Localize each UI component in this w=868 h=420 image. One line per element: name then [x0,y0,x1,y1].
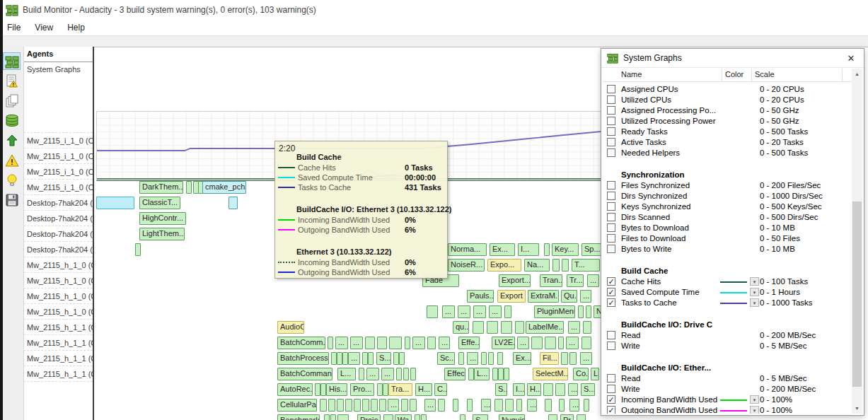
task-bar[interactable] [504,368,509,380]
task-bar[interactable]: ... [473,305,486,318]
task-bar[interactable] [494,399,503,412]
task-bar[interactable]: Pro... [350,383,374,396]
task-bar[interactable] [359,368,364,380]
upload-icon[interactable] [3,132,21,149]
task-bar[interactable]: Fil... [540,352,559,365]
checkbox[interactable]: ✓ [607,277,615,286]
checkbox[interactable] [607,374,615,383]
agent-row[interactable]: Desktop-7hak204 (C [23,195,93,211]
agent-row[interactable]: Desktop-7hak204 (C [23,242,93,257]
task-bar[interactable] [473,321,484,334]
task-bar[interactable]: BatchProcess... [277,352,329,365]
agent-row[interactable]: Mw_2115_h_1_1 (C [23,320,93,335]
task-bar[interactable] [342,352,348,365]
task-bar[interactable] [320,399,327,412]
task-bar[interactable]: H... [527,383,541,396]
task-bar[interactable] [543,383,553,396]
checkbox[interactable] [607,245,615,253]
task-bar[interactable]: Benchmark [277,414,320,420]
task-bar[interactable]: S... [473,414,488,420]
task-bar[interactable]: T... [572,259,600,272]
agent-row[interactable]: Mw_2115_h_1_0 (C [23,304,93,320]
task-bar[interactable] [578,305,584,318]
agent-row[interactable]: Mw_2115_i_1_0 (Co [23,164,93,180]
task-bar[interactable] [427,305,438,318]
agent-row[interactable]: Mw_2115_h_1_1 (C [23,335,93,351]
task-bar[interactable] [365,337,375,349]
menu-help[interactable]: Help [60,21,92,35]
task-bar[interactable]: S... [581,383,595,396]
task-bar[interactable]: ... [337,414,349,420]
task-bar[interactable]: Nyquist [499,414,525,420]
task-bar[interactable]: BatchCommands [277,368,332,380]
checkbox[interactable] [607,192,615,200]
task-bar[interactable]: ... [467,352,478,365]
task-bar[interactable]: AudioC... [277,321,304,334]
output-files-icon[interactable] [3,92,21,110]
task-bar[interactable] [552,259,560,272]
task-bar[interactable] [453,399,458,412]
task-bar[interactable] [586,305,591,318]
task-bar[interactable] [405,337,410,349]
graph-option-row[interactable]: Files to Download0 - 50 Files [603,233,852,244]
task-bar[interactable] [427,337,436,349]
task-bar[interactable] [583,321,591,334]
task-bar[interactable]: Sc... [437,352,455,365]
task-bar[interactable] [399,352,405,365]
task-bar[interactable]: qu... [453,321,469,334]
task-bar[interactable]: SelectM... [533,368,568,380]
graph-option-row[interactable]: Bytes to Write0 - 10 MB [603,244,852,255]
task-bar[interactable] [328,399,335,412]
task-bar[interactable] [345,399,352,412]
task-bar[interactable] [505,399,514,412]
task-bar[interactable]: L... [474,368,490,380]
agent-row[interactable]: Mw_2115_h_1_0 (C [23,257,93,273]
checkbox[interactable] [607,181,615,189]
task-bar[interactable]: DarkThem... [139,181,183,194]
warnings-icon[interactable] [3,151,21,169]
task-bar[interactable] [315,383,320,396]
graph-option-row[interactable]: Dirs Scanned0 - 500 Dirs/Sec [603,212,852,223]
task-bar[interactable]: ... [335,337,348,349]
task-bar[interactable]: ... [439,337,450,349]
checkbox[interactable] [607,127,615,136]
task-bar[interactable] [501,321,512,334]
dialog-scrollbar[interactable]: ▲ ▼ [852,69,862,414]
build-cache-database-icon[interactable] [3,112,21,129]
graph-option-row[interactable]: Assigned Processing Po...0 - 50 GHz [603,105,852,116]
task-bar[interactable] [584,399,589,412]
task-bar[interactable]: ... [569,399,579,412]
close-icon[interactable]: ✕ [838,49,864,67]
agent-row-system-graphs[interactable]: System Graphs [23,62,93,133]
color-dropdown-icon[interactable]: ▾ [750,277,759,286]
graph-option-row[interactable]: Write0 - 200 MB/Sec [603,384,852,395]
checkbox[interactable] [607,95,615,104]
task-bar[interactable] [330,414,336,420]
task-bar[interactable] [421,414,427,420]
task-bar[interactable]: ... [580,290,591,303]
graph-option-row[interactable]: Read0 - 5 MB/Sec [603,373,852,384]
task-bar[interactable] [498,368,504,380]
graph-option-row[interactable]: ✓Cache Hits▾0 - 100 Tasks [603,276,852,287]
task-bar[interactable]: Ex... [513,352,531,365]
task-bar[interactable]: LabelMe... [526,321,564,334]
scroll-up-icon[interactable]: ▲ [852,69,862,79]
task-bar[interactable] [331,352,337,365]
task-bar[interactable]: ExtraM... [528,290,559,303]
dialog-title-bar[interactable]: System Graphs ✕ [601,49,864,68]
task-bar[interactable] [186,181,192,194]
graph-option-row[interactable]: Bytes to Download0 - 10 MB [603,223,852,233]
checkbox[interactable] [607,234,615,243]
task-bar[interactable] [516,399,522,412]
agent-row[interactable]: Mw_2115_h_1_0 (C [23,288,93,304]
task-bar[interactable] [371,399,378,412]
task-bar[interactable] [545,399,552,412]
task-bar[interactable] [377,337,387,349]
task-bar[interactable] [410,399,417,412]
task-bar[interactable]: ... [587,274,599,287]
task-bar[interactable]: ... [548,414,557,420]
color-dropdown-icon[interactable]: ▾ [750,395,759,404]
task-bar[interactable]: ... [580,352,592,365]
agent-row[interactable]: Mw_2115_h_1_1 (C [23,366,93,382]
task-bar[interactable] [460,414,465,420]
